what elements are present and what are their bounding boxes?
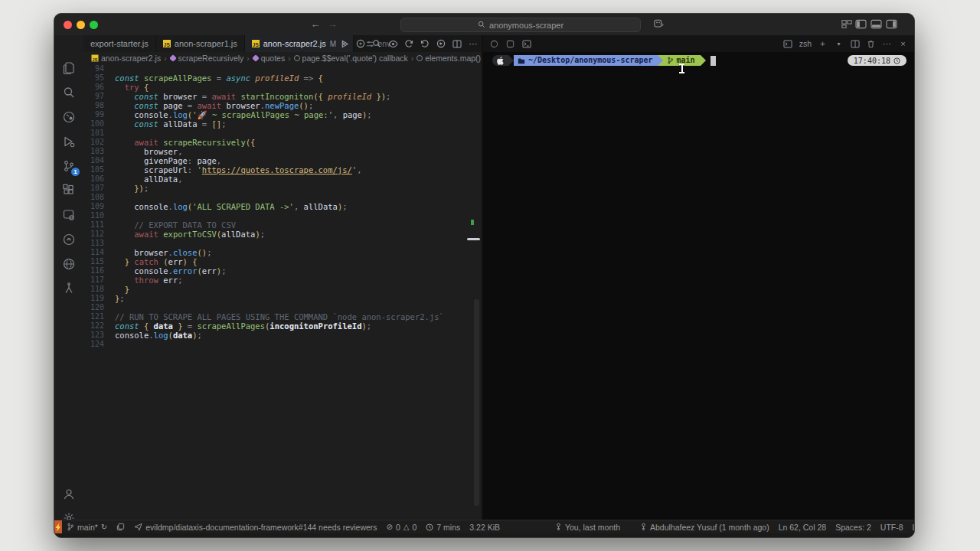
preview-icon[interactable] [387,38,398,49]
line-number[interactable]: 107 [83,184,115,193]
layers-status-icon[interactable] [112,520,129,533]
code-line: 94 [83,64,482,73]
git-branch-status[interactable]: main* ↻ [62,520,112,533]
nav-forward-icon[interactable]: → [325,18,339,31]
code-editor[interactable]: 9495const scrapeAllPages = async profile… [83,64,482,520]
line-number[interactable]: 103 [83,147,115,156]
close-window-button[interactable] [64,21,72,29]
line-number[interactable]: 119 [83,294,115,303]
line-number[interactable]: 114 [83,248,115,257]
line-number[interactable]: 95 [83,73,115,83]
toggle-panel-icon[interactable] [871,19,882,29]
eol-status[interactable]: LF [908,520,915,533]
session-time-status[interactable]: 7 mins [421,520,465,533]
run-code-icon[interactable] [339,38,350,49]
redo-circle-icon[interactable] [420,38,430,49]
source-control-icon[interactable]: 1 [61,158,77,174]
docker-icon[interactable] [61,232,77,247]
file-size-status[interactable]: 3.22 KiB [465,520,505,533]
web-globe-icon[interactable] [61,256,77,272]
split-terminal-icon[interactable] [850,39,860,49]
scrollbar-handle[interactable] [467,238,480,240]
blame-you-status[interactable]: You, last month [550,520,625,533]
panel-circle-icon[interactable] [489,39,499,49]
testing-icon[interactable] [61,281,77,296]
prompt-cwd: ~/Desktop/anonymous-scraper [514,55,658,66]
pr-status-item[interactable]: evildmp/diataxis-documentation-framework… [129,520,381,533]
tab-anon-scraper1[interactable]: JS anon-scraper1.js [156,35,245,52]
cursor-position-status[interactable]: Ln 62, Col 28 [774,520,831,533]
breadcrumb-item-callback[interactable]: elements.map() callback [416,54,482,63]
indentation-status[interactable]: Spaces: 2 [831,520,876,533]
line-number[interactable]: 106 [83,174,115,184]
line-number[interactable]: 101 [83,129,115,138]
line-number[interactable]: 111 [83,220,115,230]
panel-more-icon[interactable]: ⋯ [882,39,892,49]
search-icon[interactable] [61,85,77,100]
code-text: try { [115,83,149,92]
record-icon[interactable] [436,38,446,49]
terminal-icon[interactable] [521,39,531,49]
panel-square-icon[interactable] [505,39,515,49]
line-number[interactable]: 109 [83,202,115,211]
line-number[interactable]: 96 [83,83,115,92]
more-actions-icon[interactable]: ⋯ [468,38,479,49]
line-number[interactable]: 98 [83,101,115,110]
accounts-icon[interactable] [61,487,77,502]
new-terminal-icon[interactable]: + [818,39,828,49]
line-number[interactable]: 120 [83,303,115,312]
shell-label[interactable]: zsh [799,39,812,48]
extensions-icon[interactable] [61,183,77,198]
command-center-search[interactable]: anonymous-scraper [400,18,641,32]
explorer-icon[interactable] [61,60,77,76]
breadcrumb-item-file[interactable]: JS anon-scraper2.js [91,54,161,63]
line-number[interactable]: 102 [83,138,115,147]
line-number[interactable]: 113 [83,239,115,248]
line-number[interactable]: 112 [83,230,115,239]
quokka-icon[interactable] [355,38,366,49]
breadcrumb-item-callback[interactable]: page.$$eval('.quote') callback [294,54,408,63]
line-number[interactable]: 116 [83,266,115,276]
nav-back-icon[interactable]: ← [309,18,322,31]
line-number[interactable]: 97 [83,92,115,101]
breadcrumb-item-symbol[interactable]: scrapeRecursively [170,54,244,63]
line-number[interactable]: 105 [83,165,115,174]
problems-status[interactable]: ⊘ 0 △ 0 [382,520,422,533]
line-number[interactable]: 118 [83,285,115,294]
line-number[interactable]: 110 [83,211,115,220]
encoding-status[interactable]: UTF-8 [876,520,908,533]
line-number[interactable]: 117 [83,276,115,285]
kill-terminal-trash-icon[interactable] [866,39,876,49]
tab-anon-scraper2[interactable]: JS anon-scraper2.js M × [245,35,354,52]
profile-dropdown-icon[interactable] [654,19,665,29]
line-number[interactable]: 104 [83,156,115,165]
search-editor-icon[interactable] [371,38,382,49]
remote-indicator[interactable] [54,520,62,533]
toggle-secondary-sidebar-icon[interactable] [886,19,897,29]
customize-layout-icon[interactable] [841,19,853,29]
terminal-panel[interactable]: zsh + ▾ ⋯ × ~/Desktop/anonymous-scraper … [483,35,914,520]
split-editor-icon[interactable] [452,38,462,49]
terminal-profile-caret-icon[interactable]: ▾ [834,39,844,49]
run-debug-icon[interactable] [61,134,77,149]
line-number[interactable]: 121 [83,312,115,321]
tab-export-starter[interactable]: export-starter.js [83,35,156,52]
line-number[interactable]: 115 [83,257,115,266]
line-number[interactable]: 122 [83,321,115,331]
line-number[interactable]: 100 [83,119,115,129]
undo-circle-icon[interactable] [403,38,414,49]
close-panel-icon[interactable]: × [898,39,908,49]
zoom-window-button[interactable] [90,21,98,29]
line-number[interactable]: 124 [83,340,115,349]
dependencies-icon[interactable] [61,109,77,125]
line-number[interactable]: 99 [83,110,115,119]
line-number[interactable]: 94 [83,64,115,73]
toggle-primary-sidebar-icon[interactable] [855,19,867,29]
live-share-icon[interactable] [61,207,77,223]
line-number[interactable]: 123 [83,331,115,340]
minimize-window-button[interactable] [77,21,85,29]
line-number[interactable]: 108 [83,193,115,202]
editor-scrollbar[interactable] [474,299,479,506]
blame-author-status[interactable]: Abdulhafeez Yusuf (1 month ago) [635,520,774,533]
breadcrumb-item-symbol[interactable]: quotes [253,54,286,63]
